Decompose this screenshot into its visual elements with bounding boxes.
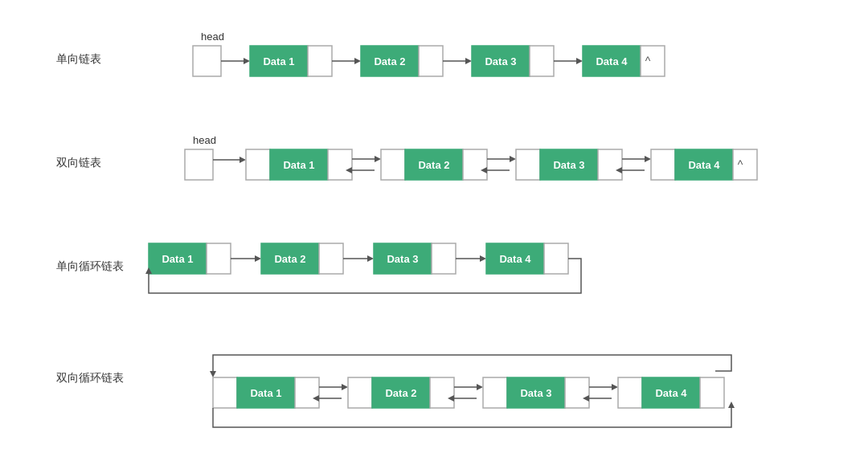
data1-text: Data 1 bbox=[263, 55, 294, 67]
singly-circular-diagram: Data 1 Data 2 Data 3 bbox=[125, 235, 623, 308]
doubly-circular-section: 双向循环链表 Data 1 Data 2 bbox=[56, 347, 812, 447]
dc4-prev bbox=[618, 377, 642, 408]
sc1-text: Data 1 bbox=[162, 253, 193, 265]
dc1-prev bbox=[213, 377, 237, 408]
head-label-2: head bbox=[193, 134, 216, 146]
d2-next bbox=[463, 149, 487, 180]
dc2-prev bbox=[348, 377, 372, 408]
dc3-prev bbox=[483, 377, 507, 408]
sc1-next bbox=[207, 243, 231, 274]
arrowhead-0 bbox=[244, 58, 250, 64]
data2-text: Data 2 bbox=[374, 55, 405, 67]
sc-arrowhead-1 bbox=[255, 255, 261, 262]
d3-text: Data 3 bbox=[553, 159, 584, 171]
dc4-next bbox=[700, 377, 724, 408]
head-node-2 bbox=[185, 149, 213, 180]
dcf-arrowhead-3 bbox=[612, 384, 618, 390]
head-label-1: head bbox=[201, 31, 224, 43]
sc2-next bbox=[319, 243, 343, 274]
dc-bottom-arc bbox=[213, 408, 731, 427]
singly-label: 单向链表 bbox=[56, 28, 125, 67]
dcf-arrowhead-2 bbox=[477, 384, 483, 390]
singly-diagram: head Data 1 Data 2 bbox=[125, 28, 687, 92]
sc3-next bbox=[432, 243, 456, 274]
singly-circular-content: Data 1 Data 2 Data 3 bbox=[125, 235, 812, 311]
data4-text: Data 4 bbox=[596, 55, 628, 67]
data3-next bbox=[530, 46, 554, 76]
doubly-arrowhead-0 bbox=[240, 157, 246, 163]
data3-text: Data 3 bbox=[485, 55, 516, 67]
sc4-next bbox=[544, 243, 568, 274]
data4-next bbox=[641, 46, 665, 76]
data2-next bbox=[419, 46, 443, 76]
d1-text: Data 1 bbox=[283, 159, 314, 171]
doubly-linked-list-section: 双向链表 head Data 1 bbox=[56, 132, 812, 199]
null-symbol-2: ^ bbox=[738, 158, 743, 171]
dc2-next bbox=[430, 377, 454, 408]
sc3-text: Data 3 bbox=[387, 253, 418, 265]
singly-circular-section: 单向循环链表 Data 1 Data 2 Data 3 bbox=[56, 235, 812, 311]
dc2-text: Data 2 bbox=[385, 387, 416, 399]
data1-next bbox=[308, 46, 332, 76]
sc4-text: Data 4 bbox=[499, 253, 531, 265]
dc-bottom-arrowhead bbox=[728, 402, 735, 408]
d1-prev bbox=[246, 149, 270, 180]
dc-top-arc bbox=[213, 355, 731, 371]
d2-prev bbox=[381, 149, 405, 180]
sc-arrowhead-3 bbox=[480, 255, 486, 262]
dc1-text: Data 1 bbox=[250, 387, 281, 399]
dc-top-arrowhead bbox=[210, 371, 216, 377]
singly-circular-label: 单向循环链表 bbox=[56, 235, 125, 274]
head-node-1 bbox=[193, 46, 221, 76]
sc2-text: Data 2 bbox=[274, 253, 305, 265]
doubly-circular-label: 双向循环链表 bbox=[56, 347, 125, 385]
dcf-arrowhead-1 bbox=[342, 384, 348, 390]
dc1-next bbox=[295, 377, 319, 408]
df-arrowhead-3 bbox=[645, 156, 651, 162]
dc3-next bbox=[565, 377, 589, 408]
doubly-diagram: head Data 1 Data 2 bbox=[125, 132, 768, 196]
doubly-circular-diagram: Data 1 Data 2 bbox=[125, 347, 768, 443]
df-arrowhead-2 bbox=[510, 156, 516, 162]
sc-arrowhead-2 bbox=[367, 255, 374, 262]
singly-content: head Data 1 Data 2 bbox=[125, 28, 812, 96]
doubly-content: head Data 1 Data 2 bbox=[125, 132, 812, 199]
arrowhead-2 bbox=[465, 58, 472, 64]
d4-text: Data 4 bbox=[688, 159, 720, 171]
d3-prev bbox=[516, 149, 540, 180]
dc3-text: Data 3 bbox=[520, 387, 551, 399]
d3-next bbox=[598, 149, 622, 180]
d1-next bbox=[328, 149, 352, 180]
doubly-circular-content: Data 1 Data 2 bbox=[125, 347, 812, 447]
dc4-text: Data 4 bbox=[655, 387, 687, 399]
doubly-label: 双向链表 bbox=[56, 132, 125, 170]
null-symbol-1: ^ bbox=[645, 55, 651, 67]
arrowhead-3 bbox=[576, 58, 583, 64]
arrowhead-1 bbox=[354, 58, 361, 64]
d4-next bbox=[733, 149, 757, 180]
d2-text: Data 2 bbox=[418, 159, 449, 171]
singly-linked-list-section: 单向链表 head Data 1 Data 2 bbox=[56, 28, 812, 96]
df-arrowhead-1 bbox=[375, 156, 381, 162]
d4-prev bbox=[651, 149, 675, 180]
